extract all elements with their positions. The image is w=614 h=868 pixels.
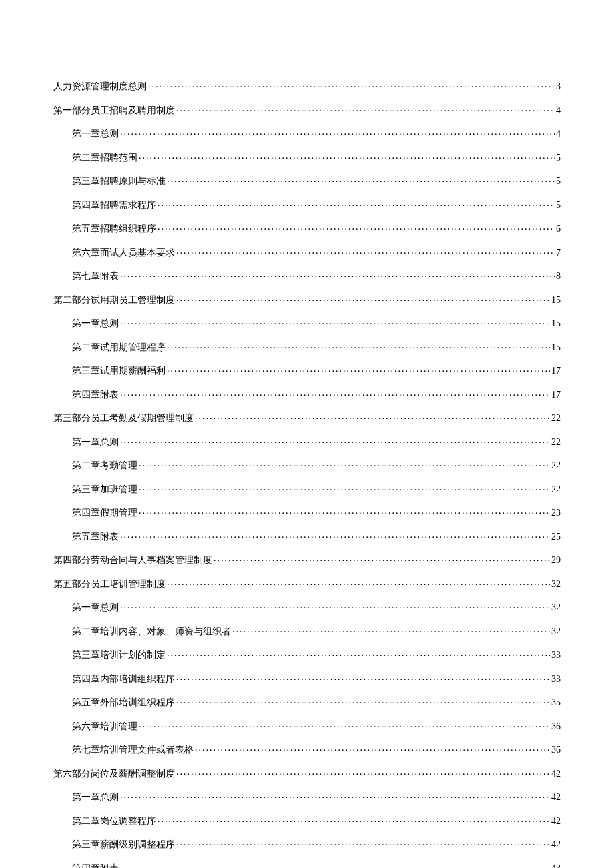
toc-leader-dots bbox=[120, 862, 550, 869]
toc-entry[interactable]: 第三部分员工考勤及假期管理制度22 bbox=[53, 412, 561, 423]
toc-leader-dots bbox=[139, 459, 550, 468]
toc-entry-title: 第六章面试人员基本要求 bbox=[72, 248, 175, 258]
toc-entry[interactable]: 第五章招聘组织程序6 bbox=[53, 222, 561, 234]
toc-entry[interactable]: 第五部分员工培训管理制度32 bbox=[53, 578, 561, 589]
toc-entry[interactable]: 第三章加班管理22 bbox=[53, 483, 561, 494]
toc-entry-title: 第二章招聘范围 bbox=[72, 153, 137, 163]
toc-entry[interactable]: 第四章招聘需求程序5 bbox=[53, 199, 561, 210]
toc-entry-title: 第二章试用期管理程序 bbox=[72, 343, 166, 352]
toc-entry-title: 第四章附表 bbox=[72, 390, 119, 400]
toc-entry[interactable]: 第三章薪酬级别调整程序42 bbox=[53, 838, 561, 849]
toc-entry-page: 25 bbox=[551, 532, 561, 542]
toc-entry[interactable]: 第五章附表25 bbox=[53, 530, 561, 542]
toc-entry-page: 7 bbox=[556, 248, 561, 258]
toc-entry-page: 22 bbox=[551, 438, 561, 447]
toc-entry[interactable]: 第六部分岗位及薪酬调整制度42 bbox=[53, 767, 561, 779]
toc-leader-dots bbox=[120, 270, 555, 279]
toc-entry[interactable]: 第二章岗位调整程序42 bbox=[53, 815, 561, 826]
toc-entry-page: 23 bbox=[551, 508, 561, 518]
toc-entry-title: 第七章培训管理文件或者表格 bbox=[72, 745, 194, 755]
toc-entry[interactable]: 第一章总则22 bbox=[53, 436, 561, 447]
toc-entry-title: 第六章培训管理 bbox=[72, 722, 137, 731]
toc-leader-dots bbox=[176, 246, 555, 256]
toc-leader-dots bbox=[120, 436, 550, 445]
toc-entry-title: 第一章总则 bbox=[72, 793, 119, 802]
toc-entry-page: 29 bbox=[551, 556, 561, 565]
toc-entry-title: 第一章总则 bbox=[72, 129, 119, 139]
toc-entry-page: 42 bbox=[551, 840, 561, 849]
toc-entry-page: 35 bbox=[551, 698, 561, 707]
toc-entry-page: 15 bbox=[551, 296, 561, 305]
toc-entry[interactable]: 第三章培训计划的制定33 bbox=[53, 648, 561, 660]
table-of-contents: 人力资源管理制度总则3第一部分员工招聘及聘用制度4第一章总则4第二章招聘范围5第… bbox=[53, 80, 561, 868]
toc-entry-title: 第三章招聘原则与标准 bbox=[72, 177, 166, 186]
toc-entry[interactable]: 第一章总则32 bbox=[53, 601, 561, 612]
toc-leader-dots bbox=[195, 743, 550, 753]
toc-entry-title: 第二章考勤管理 bbox=[72, 461, 137, 470]
toc-entry-page: 32 bbox=[551, 603, 561, 612]
toc-entry[interactable]: 第二章培训内容、对象、师资与组织者32 bbox=[53, 625, 561, 636]
toc-entry-page: 15 bbox=[551, 343, 561, 352]
toc-entry[interactable]: 第四部分劳动合同与人事档案管理制度29 bbox=[53, 554, 561, 565]
toc-leader-dots bbox=[139, 720, 550, 729]
toc-leader-dots bbox=[167, 175, 555, 184]
toc-entry-page: 32 bbox=[551, 627, 561, 636]
toc-entry[interactable]: 第一部分员工招聘及聘用制度4 bbox=[53, 104, 561, 115]
toc-entry-page: 3 bbox=[556, 82, 561, 91]
toc-entry-page: 8 bbox=[556, 272, 561, 281]
toc-leader-dots bbox=[167, 648, 550, 658]
toc-entry-title: 第三章薪酬级别调整程序 bbox=[72, 840, 175, 849]
toc-entry[interactable]: 第二章招聘范围5 bbox=[53, 151, 561, 163]
toc-leader-dots bbox=[176, 104, 555, 113]
toc-leader-dots bbox=[176, 838, 550, 847]
toc-entry-title: 第二章岗位调整程序 bbox=[72, 817, 156, 826]
toc-leader-dots bbox=[176, 696, 550, 705]
toc-entry[interactable]: 第六章面试人员基本要求7 bbox=[53, 246, 561, 258]
toc-entry[interactable]: 第二章考勤管理22 bbox=[53, 459, 561, 470]
toc-entry[interactable]: 第二章试用期管理程序15 bbox=[53, 341, 561, 352]
toc-entry-title: 第一部分员工招聘及聘用制度 bbox=[53, 106, 175, 115]
toc-entry[interactable]: 第七章附表8 bbox=[53, 270, 561, 281]
toc-entry-page: 43 bbox=[551, 864, 561, 869]
toc-entry[interactable]: 第一章总则4 bbox=[53, 127, 561, 139]
toc-entry-title: 第五章外部培训组织程序 bbox=[72, 698, 175, 707]
toc-entry-title: 第四章招聘需求程序 bbox=[72, 201, 156, 210]
toc-leader-dots bbox=[176, 767, 550, 777]
toc-entry-title: 第三章加班管理 bbox=[72, 485, 137, 494]
toc-entry-title: 第四章附表 bbox=[72, 864, 119, 869]
toc-leader-dots bbox=[120, 127, 555, 137]
toc-leader-dots bbox=[139, 151, 555, 161]
toc-entry-page: 42 bbox=[551, 769, 561, 779]
toc-entry-title: 第七章附表 bbox=[72, 272, 119, 281]
toc-entry-title: 人力资源管理制度总则 bbox=[53, 82, 147, 91]
toc-entry-title: 第三章培训计划的制定 bbox=[72, 650, 166, 660]
toc-entry-page: 42 bbox=[551, 793, 561, 802]
toc-entry-title: 第三章试用期薪酬福利 bbox=[72, 366, 166, 376]
toc-leader-dots bbox=[158, 222, 555, 232]
toc-entry[interactable]: 第四章附表43 bbox=[53, 862, 561, 869]
toc-entry-page: 33 bbox=[551, 675, 561, 684]
toc-leader-dots bbox=[120, 530, 550, 540]
toc-entry[interactable]: 第六章培训管理36 bbox=[53, 720, 561, 731]
toc-entry-title: 第五章招聘组织程序 bbox=[72, 224, 156, 234]
toc-entry-page: 33 bbox=[551, 650, 561, 660]
toc-leader-dots bbox=[158, 815, 550, 824]
toc-entry[interactable]: 第四章内部培训组织程序33 bbox=[53, 673, 561, 684]
toc-entry-page: 36 bbox=[551, 722, 561, 731]
toc-entry[interactable]: 人力资源管理制度总则3 bbox=[53, 80, 561, 91]
toc-leader-dots bbox=[148, 80, 555, 89]
toc-leader-dots bbox=[167, 364, 550, 374]
toc-entry[interactable]: 第五章外部培训组织程序35 bbox=[53, 696, 561, 707]
toc-entry[interactable]: 第一章总则42 bbox=[53, 791, 561, 802]
toc-entry[interactable]: 第三章招聘原则与标准5 bbox=[53, 175, 561, 186]
toc-leader-dots bbox=[120, 388, 550, 398]
toc-entry[interactable]: 第三章试用期薪酬福利17 bbox=[53, 364, 561, 376]
toc-entry[interactable]: 第二部分试用期员工管理制度15 bbox=[53, 294, 561, 305]
toc-leader-dots bbox=[158, 199, 555, 208]
toc-leader-dots bbox=[120, 601, 550, 610]
toc-entry[interactable]: 第四章假期管理23 bbox=[53, 506, 561, 518]
toc-entry[interactable]: 第四章附表17 bbox=[53, 388, 561, 400]
toc-entry[interactable]: 第七章培训管理文件或者表格36 bbox=[53, 743, 561, 755]
toc-entry[interactable]: 第一章总则15 bbox=[53, 317, 561, 328]
toc-entry-title: 第一章总则 bbox=[72, 603, 119, 612]
